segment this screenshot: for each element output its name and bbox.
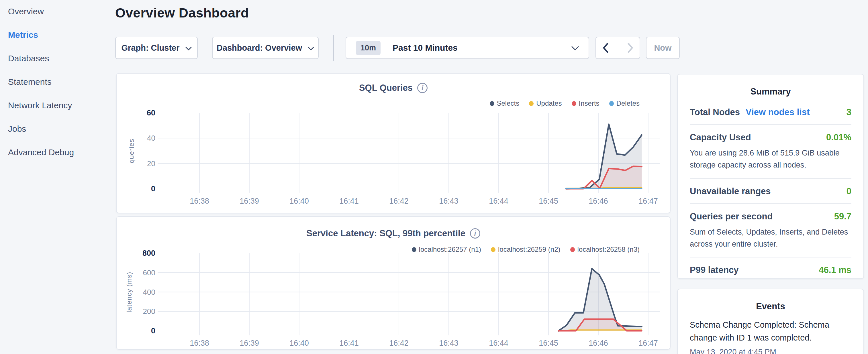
legend-dot-icon [609, 101, 614, 106]
summary-row-label: Total Nodes [690, 107, 740, 118]
summary-row-description: Sum of Selects, Updates, Inserts, and De… [690, 226, 851, 250]
x-axis-tick-label: 16:39 [240, 339, 259, 348]
summary-row-queries-per-second: Queries per second 59.7 Sum of Selects, … [690, 204, 851, 258]
info-icon[interactable]: i [417, 83, 428, 93]
legend-dot-icon [412, 247, 416, 252]
time-range-dropdown[interactable]: 10m Past 10 Minutes [346, 37, 589, 59]
graph-scope-dropdown[interactable]: Graph: Cluster [115, 37, 198, 59]
x-axis-tick-label: 16:42 [389, 197, 409, 206]
summary-row-value: 0 [846, 186, 851, 196]
chart-legend: localhost:26257 (n1)localhost:26259 (n2)… [412, 246, 640, 254]
summary-row-label: Capacity Used [690, 132, 751, 142]
time-pager [595, 37, 640, 59]
summary-row-label: Unavailable ranges [690, 186, 771, 196]
next-time-window-button[interactable] [621, 37, 640, 58]
x-axis-tick-label: 16:40 [289, 339, 309, 348]
dashboard-dropdown[interactable]: Dashboard: Overview [212, 37, 319, 59]
time-range-label: Past 10 Minutes [393, 43, 458, 53]
summary-row-unavailable-ranges: Unavailable ranges 0 [690, 179, 851, 204]
summary-row-value: 46.1 ms [819, 265, 851, 275]
sidebar-item-databases[interactable]: Databases [8, 51, 115, 66]
chevron-down-icon [308, 43, 314, 53]
legend-dot-icon [529, 101, 534, 106]
legend-item: localhost:26257 (n1) [412, 246, 481, 254]
now-button[interactable]: Now [646, 37, 680, 59]
summary-row-p99-latency: P99 latency 46.1 ms [690, 257, 851, 282]
x-axis-tick-label: 16:38 [190, 197, 209, 206]
time-range-badge: 10m [356, 41, 380, 55]
chart-title: SQL Queries [359, 83, 413, 93]
legend-label: Deletes [616, 99, 640, 107]
x-axis-tick-label: 16:41 [339, 339, 359, 348]
y-axis-tick-label: 800 [129, 249, 155, 258]
legend-label: localhost:26257 (n1) [419, 246, 481, 254]
legend-label: localhost:26258 (n3) [578, 246, 640, 254]
summary-row-total-nodes: Total Nodes View nodes list 3 [690, 100, 851, 125]
y-axis-tick-label: 400 [129, 288, 155, 297]
chevron-down-icon [571, 43, 579, 53]
y-axis-tick-label: 20 [129, 159, 155, 168]
chart-title: Service Latency: SQL, 99th percentile [306, 228, 465, 238]
y-axis-tick-label: 200 [129, 307, 155, 316]
sidebar-item-jobs[interactable]: Jobs [8, 122, 115, 136]
dashboard-dropdown-label: Dashboard: Overview [217, 43, 302, 53]
x-axis-tick-label: 16:43 [439, 339, 459, 348]
view-nodes-list-link[interactable]: View nodes list [746, 107, 810, 118]
legend-label: Selects [497, 99, 520, 107]
legend-label: Inserts [579, 99, 599, 107]
sidebar-item-overview[interactable]: Overview [8, 4, 115, 19]
summary-row-label: P99 latency [690, 265, 739, 275]
x-axis-tick-label: 16:44 [489, 197, 508, 206]
legend-item: Updates [529, 99, 562, 107]
legend-label: Updates [536, 99, 562, 107]
previous-time-window-button[interactable] [596, 37, 615, 58]
x-axis-tick-label: 16:38 [190, 339, 209, 348]
summary-row-value: 59.7 [834, 212, 851, 222]
chart-plot [161, 113, 660, 194]
sidebar: Overview Metrics Databases Statements Ne… [0, 0, 115, 354]
summary-row-capacity-used: Capacity Used 0.01% You are using 28.6 M… [690, 125, 851, 179]
service-latency-chart-card: Service Latency: SQL, 99th percentile i … [116, 216, 671, 350]
x-axis-tick-label: 16:41 [339, 197, 359, 206]
legend-item: localhost:26258 (n3) [570, 246, 640, 254]
summary-row-value: 0.01% [826, 132, 851, 142]
summary-heading: Summary [690, 83, 851, 100]
overview-dashboard-page: { "app": { "title": "Overview Dashboard"… [0, 0, 868, 354]
chevron-down-icon [185, 43, 192, 53]
page-title: Overview Dashboard [115, 5, 249, 21]
y-axis-tick-label: 600 [129, 268, 155, 277]
sql-queries-chart-card: SQL Queries i SelectsUpdatesInsertsDelet… [116, 73, 671, 213]
sidebar-item-metrics[interactable]: Metrics [8, 28, 115, 42]
x-axis-tick-label: 16:47 [639, 339, 658, 348]
x-axis-tick-label: 16:43 [439, 197, 459, 206]
info-icon[interactable]: i [470, 228, 480, 238]
event-message: Schema Change Completed: Schema change w… [690, 319, 851, 344]
x-axis-tick-label: 16:42 [389, 339, 409, 348]
events-panel: Events Schema Change Completed: Schema c… [677, 289, 864, 354]
event-timestamp: May 13, 2020 at 4:45 PM [690, 348, 851, 354]
legend-dot-icon [572, 101, 576, 106]
chart-legend: SelectsUpdatesInsertsDeletes [490, 99, 640, 107]
legend-label: localhost:26259 (n2) [498, 246, 560, 254]
x-axis-tick-label: 16:46 [589, 197, 608, 206]
y-axis-tick-label: 0 [129, 185, 155, 193]
sidebar-item-network-latency[interactable]: Network Latency [8, 98, 115, 113]
x-axis-tick-label: 16:39 [240, 197, 259, 206]
legend-item: Deletes [609, 99, 640, 107]
legend-dot-icon [570, 247, 575, 252]
x-axis-tick-label: 16:46 [589, 339, 608, 348]
y-axis-tick-label: 40 [129, 134, 155, 142]
toolbar-divider [333, 35, 334, 61]
summary-row-label: Queries per second [690, 212, 773, 222]
y-axis-tick-label: 0 [129, 326, 155, 335]
legend-dot-icon [490, 101, 494, 106]
sidebar-item-advanced-debug[interactable]: Advanced Debug [8, 145, 115, 160]
x-axis-tick-label: 16:45 [539, 339, 558, 348]
x-axis-tick-label: 16:45 [539, 197, 558, 206]
events-heading: Events [690, 297, 851, 315]
x-axis-tick-label: 16:40 [289, 197, 309, 206]
summary-row-description: You are using 28.6 MiB of 515.9 GiB usab… [690, 147, 851, 171]
sidebar-item-statements[interactable]: Statements [8, 74, 115, 89]
y-axis-tick-label: 60 [129, 108, 155, 118]
legend-item: localhost:26259 (n2) [491, 246, 560, 254]
